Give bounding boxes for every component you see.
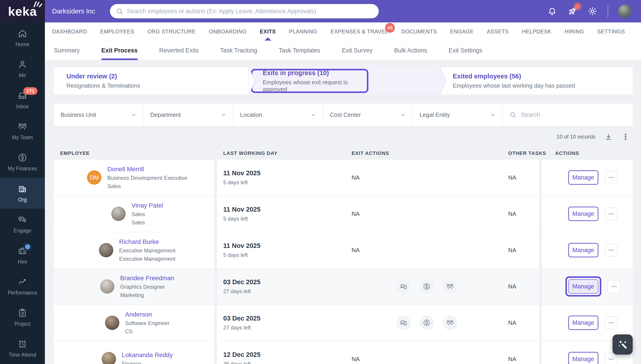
sidebar-item-engage[interactable]: Engage xyxy=(0,209,45,240)
last-working-day: 11 Nov 2025 xyxy=(223,206,345,213)
subtab-exit-process[interactable]: Exit Process xyxy=(101,41,138,60)
subtab-task-templates[interactable]: Task Templates xyxy=(279,41,320,60)
employee-department: Marketing xyxy=(120,292,174,298)
nav-tab-expenses-travel[interactable]: EXPENSES & TRAVEL48 xyxy=(331,22,388,40)
exit-actions-value: NA xyxy=(352,247,502,254)
row-more-options-icon[interactable] xyxy=(605,207,618,220)
devices-icon[interactable] xyxy=(396,316,411,330)
download-icon[interactable] xyxy=(604,133,612,141)
employee-name-link[interactable]: Brandee Freedman xyxy=(120,274,174,282)
sidebar-item-performance[interactable]: Performance xyxy=(0,271,45,302)
employee-department: CS xyxy=(125,328,169,335)
employee-name-link[interactable]: Richard Burke xyxy=(119,238,175,246)
sidebar-item-my-finances[interactable]: My Finances xyxy=(0,146,45,178)
people-icon[interactable] xyxy=(443,279,457,294)
row-more-options-icon[interactable] xyxy=(605,171,618,184)
sidebar-item-my-team[interactable]: My Team xyxy=(0,116,45,147)
search-icon xyxy=(116,8,123,15)
nav-tab-helpdesk[interactable]: HELPDESK xyxy=(522,22,551,40)
nav-tab-exits[interactable]: EXITS xyxy=(260,22,276,40)
payroll-icon[interactable] xyxy=(420,279,434,294)
manage-button[interactable]: Manage xyxy=(568,316,598,330)
stepper-chevron-icon xyxy=(440,67,447,94)
hire-notification-dot xyxy=(25,244,30,249)
employee-name-link[interactable]: Anderson xyxy=(125,311,169,318)
manage-button[interactable]: Manage xyxy=(568,279,598,294)
global-search-input[interactable] xyxy=(127,8,373,15)
subtab-task-tracking[interactable]: Task Tracking xyxy=(220,41,257,60)
sidebar-item-inbox[interactable]: Inbox 171 xyxy=(0,84,45,116)
notifications-bell-icon[interactable] xyxy=(547,6,557,16)
sidebar-item-project[interactable]: Project xyxy=(0,302,45,333)
filter-label: Cost Center xyxy=(330,112,361,118)
sidebar-item-label: Time Attend xyxy=(9,352,36,358)
sidebar-item-home[interactable]: Home xyxy=(0,22,45,54)
step-under-review[interactable]: Under review (2) Resignations & Terminat… xyxy=(54,67,249,94)
employee-title: Software Engineer xyxy=(125,320,169,326)
filter-location[interactable]: Location xyxy=(233,104,323,126)
step-title: Under review (2) xyxy=(66,72,249,80)
subtab-exit-settings[interactable]: Exit Settings xyxy=(449,41,482,60)
manage-button[interactable]: Manage xyxy=(568,170,598,185)
subtab-reverted-exits[interactable]: Reverted Exits xyxy=(159,41,199,60)
last-working-day: 03 Dec 2025 xyxy=(223,278,345,286)
engage-icon xyxy=(18,215,27,224)
nav-tab-assets[interactable]: ASSETS xyxy=(487,22,509,40)
app-root: keka Darksiders Inc xyxy=(0,0,641,364)
sidebar-item-me[interactable]: Me xyxy=(0,54,45,85)
settings-gear-icon[interactable] xyxy=(587,6,598,16)
table-options-kebab-icon[interactable] xyxy=(621,133,629,141)
filter-business-unit[interactable]: Business Unit xyxy=(54,104,144,126)
payroll-icon[interactable] xyxy=(420,316,434,330)
team-icon xyxy=(18,122,27,131)
employee-name-link[interactable]: Lokananda Reddy xyxy=(122,352,173,358)
sidebar-item-hire[interactable]: Hire xyxy=(0,240,45,271)
nav-tab-engage[interactable]: ENGAGE xyxy=(450,22,474,40)
row-more-options-icon[interactable] xyxy=(607,280,620,293)
column-header-actions: ACTIONS xyxy=(549,148,640,159)
subtab-summary[interactable]: Summary xyxy=(54,41,80,60)
sidebar-item-label: My Finances xyxy=(8,166,37,172)
filter-legal-entity[interactable]: Legal Entity xyxy=(413,104,503,126)
step-exited-employees[interactable]: Exited employees (56) Employees whose la… xyxy=(440,67,633,94)
sidebar-item-org[interactable]: Org xyxy=(0,178,45,209)
employee-name-link[interactable]: Vinay Patel xyxy=(131,202,163,209)
nav-tab-org-structure[interactable]: ORG STRUCTURE xyxy=(147,22,196,40)
exits-sub-nav: Summary Exit Process Reverted Exits Task… xyxy=(45,41,641,60)
subtab-bulk-actions[interactable]: Bulk Actions xyxy=(394,41,427,60)
filter-cost-center[interactable]: Cost Center xyxy=(323,104,413,126)
exit-actions-value: NA xyxy=(352,174,502,181)
employee-name-link[interactable]: Donell Merrill xyxy=(107,166,187,173)
row-more-options-icon[interactable] xyxy=(605,244,618,257)
devices-icon[interactable] xyxy=(396,279,411,294)
filter-department[interactable]: Department xyxy=(144,104,233,126)
manage-button[interactable]: Manage xyxy=(568,207,598,221)
manage-button[interactable]: Manage xyxy=(568,352,598,364)
home-icon xyxy=(18,28,27,38)
table-search[interactable] xyxy=(503,104,633,126)
chevron-down-icon xyxy=(220,112,227,118)
nav-tab-employees[interactable]: EMPLOYEES xyxy=(100,22,134,40)
step-exits-in-progress[interactable]: Exits in progress (10) Employees whose e… xyxy=(249,67,440,94)
whats-new-rocket-icon[interactable] xyxy=(567,6,577,16)
sidebar-item-time-attend[interactable]: Time Attend xyxy=(0,333,45,364)
manage-button[interactable]: Manage xyxy=(568,243,598,257)
global-search[interactable] xyxy=(110,4,379,18)
nav-tab-settings[interactable]: SETTINGS xyxy=(597,22,625,40)
user-avatar[interactable] xyxy=(618,4,631,18)
nav-tab-documents[interactable]: DOCUMENTS xyxy=(401,22,437,40)
row-more-options-icon[interactable] xyxy=(605,316,618,329)
nav-tab-onboarding[interactable]: ONBOARDING xyxy=(209,22,247,40)
table-search-input[interactable] xyxy=(521,112,626,118)
nav-tab-planning[interactable]: PLANNING xyxy=(289,22,317,40)
chevron-down-icon xyxy=(131,112,137,118)
nav-tab-dashboard[interactable]: DASHBOARD xyxy=(52,22,87,40)
people-icon[interactable] xyxy=(443,316,457,330)
nav-tab-hiring[interactable]: HIRING xyxy=(565,22,584,40)
assistant-button[interactable] xyxy=(612,334,633,354)
brand-logo[interactable]: keka xyxy=(0,0,45,22)
employee-title: Business Development Executive xyxy=(107,175,187,181)
exits-table: EMPLOYEE LAST WORKING DAY EXIT ACTIONS O… xyxy=(54,148,633,364)
sidebar-item-label: Project xyxy=(14,321,31,327)
subtab-exit-survey[interactable]: Exit Survey xyxy=(342,41,373,60)
